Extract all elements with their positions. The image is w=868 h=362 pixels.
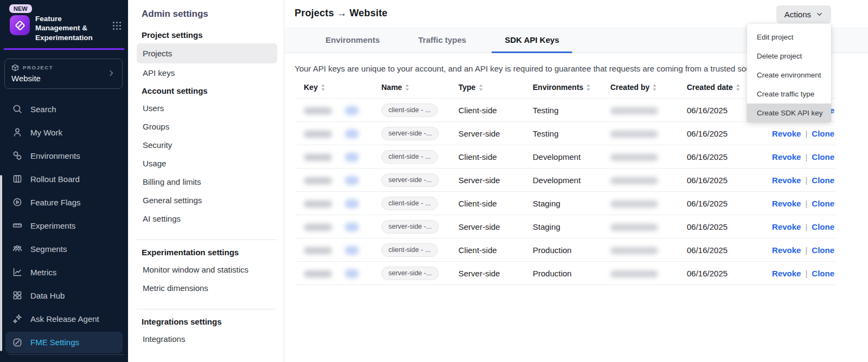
panel-item-billing-and-limits[interactable]: Billing and limits	[137, 173, 277, 191]
panel-item-users[interactable]: Users	[137, 99, 277, 117]
clone-link[interactable]: Clone	[812, 129, 834, 138]
redacted-key-value	[304, 177, 332, 184]
revoke-link[interactable]: Revoke	[772, 152, 801, 161]
revoke-link[interactable]: Revoke	[772, 199, 801, 208]
menu-item-create-environment[interactable]: Create environment	[747, 66, 831, 85]
actions-button[interactable]: Actions	[776, 5, 831, 23]
redacted-created-by	[610, 270, 658, 277]
redacted-copy-link[interactable]	[345, 106, 359, 115]
redacted-copy-link[interactable]	[345, 176, 359, 185]
key-name-badge: server-side -...	[381, 267, 439, 280]
brand-accent-rule	[4, 48, 124, 50]
redacted-copy-link[interactable]	[345, 223, 359, 231]
panel-item-monitor-window[interactable]: Monitor window and statistics	[137, 261, 277, 279]
product-logo[interactable]	[10, 15, 30, 35]
sidebar-item-experiments[interactable]: Experiments	[5, 214, 123, 237]
clone-link[interactable]: Clone	[812, 152, 834, 161]
redacted-created-by	[610, 224, 658, 231]
revoke-link[interactable]: Revoke	[772, 176, 801, 185]
redacted-copy-link[interactable]	[345, 153, 359, 161]
name-cell: server-side -...	[381, 215, 458, 238]
project-selector[interactable]: PROJECT Website	[4, 59, 123, 89]
app-grid-icon[interactable]	[112, 21, 122, 30]
revoke-link[interactable]: Revoke	[772, 129, 801, 138]
sidebar-scrollbar-thumb[interactable]	[0, 175, 2, 351]
cube-icon	[11, 64, 19, 72]
actions-cell: Revoke|Clone	[760, 192, 835, 215]
table-row: server-side -... Server-side Staging 06/…	[295, 215, 835, 238]
redacted-key-value	[304, 270, 332, 277]
column-header-type[interactable]: Type	[458, 74, 533, 99]
menu-item-create-traffic-type[interactable]: Create traffic type	[747, 85, 831, 104]
sidebar-item-label: FME Settings	[30, 338, 79, 347]
tab-traffic-types[interactable]: Traffic types	[405, 27, 479, 53]
hexagons-icon	[12, 150, 23, 161]
panel-item-general-settings[interactable]: General settings	[137, 191, 277, 209]
clone-link[interactable]: Clone	[812, 176, 834, 185]
panel-item-metric-dimensions[interactable]: Metric dimensions	[137, 279, 277, 297]
redacted-copy-link[interactable]	[345, 246, 359, 255]
column-header-environments[interactable]: Environments	[533, 74, 610, 99]
sidebar-divider	[9, 354, 124, 355]
column-header-key[interactable]: Key	[295, 74, 381, 99]
revoke-link[interactable]: Revoke	[772, 222, 801, 231]
sidebar-item-environments[interactable]: Environments	[5, 144, 123, 167]
sidebar-item-data-hub[interactable]: Data Hub	[5, 284, 123, 307]
sidebar-item-ask-release-agent[interactable]: Ask Release Agent	[5, 307, 123, 331]
environment-cell: Testing	[533, 99, 610, 122]
action-divider: |	[805, 152, 807, 161]
created-by-cell	[610, 169, 687, 192]
admin-settings-panel: Admin settings Project settings Projects…	[128, 0, 284, 362]
column-header-name[interactable]: Name	[381, 74, 458, 99]
sort-icon	[405, 84, 410, 91]
chevron-right-icon	[107, 69, 116, 77]
panel-item-projects[interactable]: Projects	[137, 43, 277, 63]
menu-item-edit-project[interactable]: Edit project	[747, 28, 831, 47]
redacted-key-value	[304, 131, 332, 138]
sidebar-item-label: My Work	[30, 128, 62, 137]
sidebar-item-feature-flags[interactable]: Feature Flags	[5, 191, 123, 214]
created-by-cell	[610, 122, 687, 145]
revoke-link[interactable]: Revoke	[772, 245, 801, 255]
clone-link[interactable]: Clone	[812, 269, 834, 278]
table-row: client-side - ... Client-side Developmen…	[295, 145, 835, 169]
redacted-key-value	[304, 247, 332, 254]
menu-item-create-sdk-api-key[interactable]: Create SDK API key	[747, 104, 831, 122]
panel-item-usage[interactable]: Usage	[137, 154, 277, 172]
flag-toggle-icon	[12, 197, 23, 208]
actions-cell: Revoke|Clone	[760, 238, 835, 262]
ruler-icon	[12, 220, 23, 231]
sidebar-item-segments[interactable]: Segments	[5, 237, 123, 261]
revoke-link[interactable]: Revoke	[772, 269, 801, 278]
panel-item-security[interactable]: Security	[137, 136, 277, 154]
environment-cell: Production	[533, 262, 610, 285]
key-name-badge: client-side - ...	[381, 104, 438, 117]
project-name: Website	[11, 74, 53, 83]
clone-link[interactable]: Clone	[812, 222, 834, 231]
panel-item-ai-settings[interactable]: AI settings	[137, 210, 277, 228]
column-header-created-by[interactable]: Created by	[610, 74, 687, 99]
tab-environments[interactable]: Environments	[312, 27, 393, 53]
sidebar-item-search[interactable]: Search	[5, 98, 123, 121]
table-row: server-side -... Server-side Production …	[295, 262, 835, 285]
redacted-copy-link[interactable]	[345, 130, 359, 138]
tab-sdk-api-keys[interactable]: SDK API Keys	[492, 27, 572, 53]
panel-item-groups[interactable]: Groups	[137, 118, 277, 135]
sidebar-item-rollout-board[interactable]: Rollout Board	[5, 167, 123, 191]
environment-cell: Development	[533, 169, 610, 192]
sidebar-item-fme-settings[interactable]: FME Settings	[5, 332, 123, 353]
redacted-copy-link[interactable]	[345, 199, 359, 208]
panel-item-integrations[interactable]: Integrations	[137, 330, 277, 348]
type-cell: Server-side	[458, 169, 533, 192]
redacted-copy-link[interactable]	[345, 269, 359, 278]
type-cell: Server-side	[458, 122, 533, 145]
sidebar-item-my-work[interactable]: My Work	[5, 121, 123, 144]
panel-item-api-keys[interactable]: API keys	[137, 64, 277, 82]
clone-link[interactable]: Clone	[812, 199, 834, 208]
menu-item-delete-project[interactable]: Delete project	[747, 47, 831, 66]
name-cell: server-side -...	[381, 122, 458, 145]
clone-link[interactable]: Clone	[812, 245, 834, 255]
sidebar-item-metrics[interactable]: Metrics	[5, 261, 123, 284]
actions-cell: Revoke|Clone	[760, 122, 835, 145]
table-row: client-side - ... Client-side Production…	[295, 238, 835, 262]
